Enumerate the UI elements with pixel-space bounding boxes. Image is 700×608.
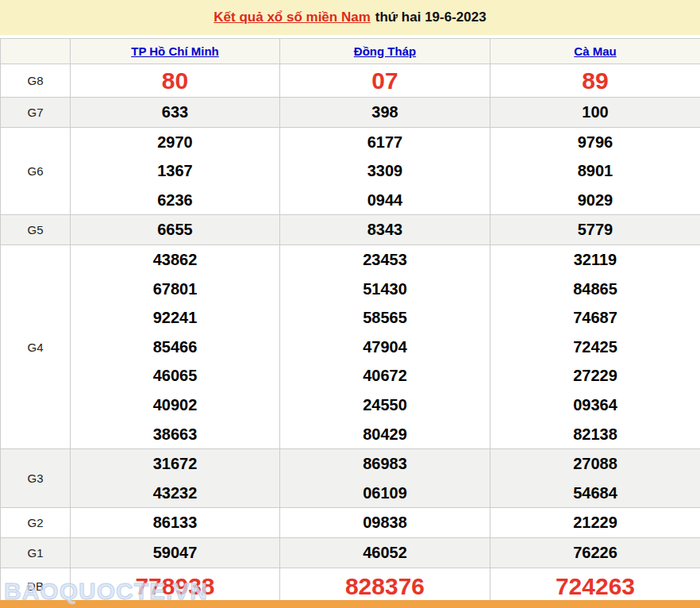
result-number: 67801 bbox=[71, 275, 279, 304]
prize-label: G3 bbox=[1, 449, 71, 508]
result-number: 0944 bbox=[280, 186, 490, 215]
result-cell: 59047 bbox=[71, 537, 280, 568]
result-number: 82138 bbox=[490, 420, 700, 449]
table-row-g2: G2861330983821229 bbox=[1, 508, 700, 538]
result-number: 27088 bbox=[490, 449, 700, 479]
result-cell: 3167243232 bbox=[71, 449, 280, 508]
prize-label: G7 bbox=[1, 98, 71, 128]
result-number: 9796 bbox=[490, 128, 700, 157]
prize-label: ĐB bbox=[1, 568, 71, 604]
result-number: 54684 bbox=[490, 479, 700, 508]
column-header-hcm: TP Hồ Chí Minh bbox=[71, 39, 280, 64]
prize-label: G1 bbox=[1, 537, 71, 568]
column-header-dong-thap: Đồng Tháp bbox=[280, 39, 490, 64]
prize-label: G4 bbox=[1, 244, 71, 448]
result-number-big: 724263 bbox=[490, 568, 700, 604]
result-number: 09364 bbox=[490, 391, 700, 420]
result-cell: 724263 bbox=[490, 568, 700, 604]
result-cell: 979689019029 bbox=[490, 127, 700, 215]
result-cell: 633 bbox=[71, 98, 280, 128]
column-header-ca-mau: Cà Mau bbox=[490, 39, 700, 64]
result-number: 85466 bbox=[71, 333, 279, 362]
result-number: 86983 bbox=[280, 449, 490, 479]
result-number-big: 07 bbox=[280, 64, 490, 97]
result-number: 8901 bbox=[490, 156, 700, 186]
result-number: 76226 bbox=[490, 538, 700, 568]
prize-label: G6 bbox=[1, 127, 71, 215]
result-cell: 8698306109 bbox=[280, 449, 490, 508]
page-title-date: thứ hai 19-6-2023 bbox=[375, 10, 487, 25]
result-cell: 398 bbox=[280, 98, 490, 128]
province-link-tp-ho-chi-minh[interactable]: TP Hồ Chí Minh bbox=[131, 44, 219, 58]
result-number-big: 89 bbox=[490, 64, 700, 97]
result-number: 9029 bbox=[490, 186, 700, 215]
result-number: 84865 bbox=[490, 275, 700, 304]
result-number: 46052 bbox=[280, 538, 490, 568]
table-row-g7: G7633398100 bbox=[1, 98, 700, 128]
page-title-link[interactable]: Kết quả xổ số miền Nam bbox=[213, 10, 370, 25]
result-number: 6236 bbox=[71, 186, 279, 215]
result-cell: 09838 bbox=[280, 508, 490, 538]
results-table: TP Hồ Chí Minh Đồng Tháp Cà Mau G8800789… bbox=[0, 38, 700, 605]
result-number: 2970 bbox=[71, 128, 279, 157]
result-number: 74687 bbox=[490, 303, 700, 333]
result-number: 32119 bbox=[490, 245, 700, 275]
result-number: 3309 bbox=[280, 156, 490, 186]
province-link-dong-thap[interactable]: Đồng Tháp bbox=[354, 44, 416, 58]
table-row-g1: G1590474605276226 bbox=[1, 537, 700, 568]
result-number: 59047 bbox=[71, 538, 279, 568]
table-row-g6: G6297013676236617733090944979689019029 bbox=[1, 127, 700, 215]
result-cell: 5779 bbox=[490, 215, 700, 245]
result-number: 21229 bbox=[490, 508, 700, 537]
result-number: 8343 bbox=[280, 215, 490, 244]
result-cell: 828376 bbox=[280, 568, 490, 604]
result-number: 43232 bbox=[71, 479, 279, 508]
result-cell: 80 bbox=[71, 64, 280, 98]
result-number-big: 80 bbox=[71, 64, 279, 97]
result-number: 92241 bbox=[71, 303, 279, 333]
result-number: 80429 bbox=[280, 420, 490, 449]
result-number: 5779 bbox=[490, 215, 700, 244]
result-cell: 89 bbox=[490, 64, 700, 98]
results-tbody: G8800789G7633398100G62970136762366177330… bbox=[1, 64, 700, 605]
result-number: 40672 bbox=[280, 361, 490, 391]
bottom-bar bbox=[0, 600, 700, 608]
result-number: 100 bbox=[490, 98, 700, 127]
province-link-ca-mau[interactable]: Cà Mau bbox=[574, 44, 616, 58]
result-number: 51430 bbox=[280, 275, 490, 304]
result-number: 6655 bbox=[71, 215, 279, 244]
result-cell: 297013676236 bbox=[71, 127, 280, 215]
result-number-big: 778938 bbox=[71, 568, 279, 604]
table-row-g8: G8800789 bbox=[1, 64, 700, 98]
result-number: 31672 bbox=[71, 449, 279, 479]
prize-column-header-empty bbox=[1, 39, 71, 64]
result-number: 72425 bbox=[490, 333, 700, 362]
result-number: 46065 bbox=[71, 361, 279, 391]
result-cell: 100 bbox=[490, 98, 700, 128]
result-cell: 617733090944 bbox=[280, 127, 490, 215]
result-number: 633 bbox=[71, 98, 279, 127]
prize-label: G2 bbox=[1, 508, 71, 538]
prize-label: G8 bbox=[1, 64, 71, 98]
table-row-đb: ĐB778938828376724263 bbox=[1, 568, 700, 604]
result-number: 58565 bbox=[280, 303, 490, 333]
prize-label: G5 bbox=[1, 215, 71, 245]
result-number: 06109 bbox=[280, 479, 490, 508]
result-number: 40902 bbox=[71, 391, 279, 420]
result-number-big: 828376 bbox=[280, 568, 490, 604]
table-row-g5: G5665583435779 bbox=[1, 215, 700, 245]
result-cell: 43862678019224185466460654090238663 bbox=[71, 244, 280, 448]
result-number: 398 bbox=[280, 98, 490, 127]
table-row-g3: G3316724323286983061092708854684 bbox=[1, 449, 700, 508]
result-cell: 21229 bbox=[490, 508, 700, 538]
result-number: 1367 bbox=[71, 156, 279, 186]
result-number: 47904 bbox=[280, 333, 490, 362]
result-cell: 778938 bbox=[71, 568, 280, 604]
result-cell: 32119848657468772425272290936482138 bbox=[490, 244, 700, 448]
result-number: 43862 bbox=[71, 245, 279, 275]
result-cell: 76226 bbox=[490, 537, 700, 568]
result-cell: 86133 bbox=[71, 508, 280, 538]
result-cell: 07 bbox=[280, 64, 490, 98]
result-number: 24550 bbox=[280, 391, 490, 420]
result-cell: 46052 bbox=[280, 537, 490, 568]
